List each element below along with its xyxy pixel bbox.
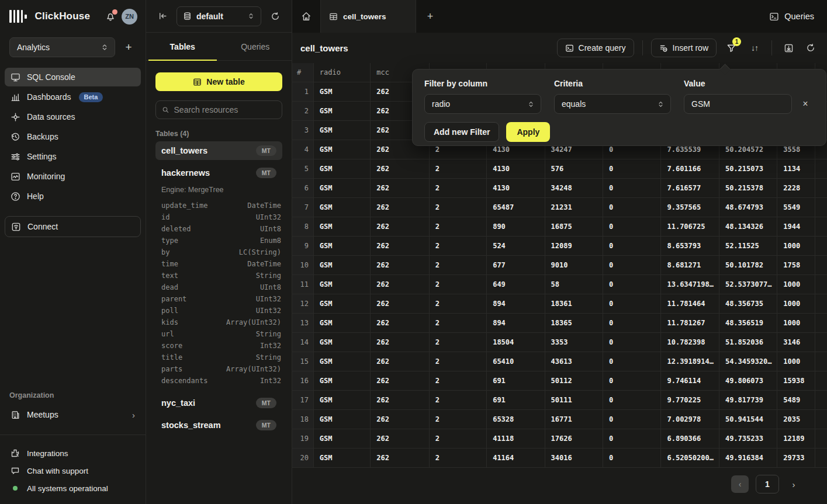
filter-button[interactable]: 1 [722,39,740,57]
cell[interactable]: 6.890366 [661,429,719,448]
cell[interactable]: 7.616577 [661,179,719,197]
cell[interactable]: 1758 [777,256,815,274]
cell-radio[interactable]: GSM [314,121,371,140]
cell[interactable]: 1134 [777,159,815,178]
cell[interactable]: 34016 [545,449,603,467]
filter-value-input[interactable] [684,94,792,114]
cell-mcc[interactable]: 262 [371,179,429,197]
cell[interactable]: 2 [430,275,487,294]
cell[interactable]: 18504 [487,333,545,352]
cell[interactable]: 13.6347198… [661,275,719,294]
add-new-filter-button[interactable]: Add new Filter [424,122,499,142]
cell[interactable]: 0 [603,429,661,448]
queries-button[interactable]: Queries [769,12,814,22]
row-number-cell[interactable]: 16 [292,371,314,390]
cell-mcc[interactable]: 262 [371,294,429,313]
cell-radio[interactable]: GSM [314,314,371,332]
connect-button[interactable]: Connect [5,216,141,237]
cell-mcc[interactable]: 262 [371,217,429,236]
cell[interactable]: 890 [487,217,545,236]
database-select[interactable]: default [177,6,261,26]
cell[interactable]: 677 [487,256,545,274]
cell-radio[interactable]: GSM [314,198,371,217]
cell[interactable]: 11.781464 [661,294,719,313]
row-number-cell[interactable]: 12 [292,294,314,313]
cell[interactable]: 48.134326 [719,217,777,236]
tab-tables[interactable]: Tables [146,33,219,60]
cell-mcc[interactable]: 262 [371,429,429,448]
cell[interactable]: 2 [430,179,487,197]
cell[interactable]: 34248 [545,179,603,197]
cell[interactable]: 50.215073 [719,159,777,178]
cell[interactable]: 8.681271 [661,256,719,274]
tab-cell-towers[interactable]: cell_towers [320,0,416,33]
cell[interactable]: 65328 [487,410,545,429]
row-number-cell[interactable]: 20 [292,449,314,467]
cell[interactable]: 18361 [545,294,603,313]
cell[interactable]: 894 [487,294,545,313]
cell[interactable]: 11.706725 [661,217,719,236]
cell[interactable]: 21231 [545,198,603,217]
cell[interactable]: 52.5373077… [719,275,777,294]
chat-support-link[interactable]: Chat with support [0,462,146,479]
filter-criteria-select[interactable]: equals [554,94,671,114]
cell[interactable]: 0 [603,275,661,294]
search-resources-box[interactable] [155,100,282,119]
cell[interactable]: 691 [487,391,545,409]
cell[interactable]: 0 [603,198,661,217]
cell[interactable]: 15938 [777,371,815,390]
sidebar-item-meetups[interactable]: Meetups › [5,405,141,424]
row-number-cell[interactable]: 9 [292,237,314,255]
cell[interactable]: 2035 [777,410,815,429]
cell-radio[interactable]: GSM [314,333,371,352]
filter-column-select[interactable]: radio [424,94,541,114]
cell[interactable]: 2228 [777,179,815,197]
cell[interactable]: 3353 [545,333,603,352]
sidebar-item-help[interactable]: Help [5,187,141,206]
cell[interactable]: 0 [603,391,661,409]
cell-radio[interactable]: GSM [314,410,371,429]
row-number-cell[interactable]: 10 [292,256,314,274]
cell[interactable]: 0 [603,159,661,178]
cell[interactable]: 2 [430,333,487,352]
row-number-cell[interactable]: 19 [292,429,314,448]
cell[interactable]: 576 [545,159,603,178]
search-resources-input[interactable] [174,105,276,114]
system-status[interactable]: All systems operational [0,479,146,497]
cell[interactable]: 7.002978 [661,410,719,429]
table-item-cell-towers[interactable]: cell_towers MT [155,141,282,160]
cell-radio[interactable]: GSM [314,159,371,178]
cell[interactable]: 524 [487,237,545,255]
add-workspace-button[interactable]: + [121,40,136,55]
cell[interactable]: 9.770225 [661,391,719,409]
cell[interactable]: 54.3459320… [719,352,777,371]
cell-mcc[interactable]: 262 [371,198,429,217]
cell[interactable]: 1000 [777,275,815,294]
cell[interactable]: 0 [603,410,661,429]
cell[interactable]: 49.735233 [719,429,777,448]
cell[interactable]: 50.215378 [719,179,777,197]
cell-radio[interactable]: GSM [314,256,371,274]
cell[interactable]: 0 [603,294,661,313]
cell[interactable]: 48.356735 [719,294,777,313]
cell[interactable]: 49.806073 [719,371,777,390]
cell-mcc[interactable]: 262 [371,159,429,178]
cell[interactable]: 8.653793 [661,237,719,255]
cell-mcc[interactable]: 262 [371,237,429,255]
download-button[interactable] [780,40,797,56]
cell[interactable]: 5549 [777,198,815,217]
sort-button[interactable]: ↓↑ [746,39,763,57]
cell[interactable]: 2 [430,429,487,448]
column-header-radio[interactable]: radio [314,63,371,82]
home-button[interactable] [292,0,320,33]
cell[interactable]: 0 [603,352,661,371]
cell[interactable]: 2 [430,217,487,236]
cell[interactable]: 2 [430,371,487,390]
create-query-button[interactable]: Create query [557,39,634,57]
table-item-stocks-stream[interactable]: stocks_stream MT [155,416,282,435]
cell[interactable]: 2 [430,410,487,429]
cell-radio[interactable]: GSM [314,102,371,120]
cell[interactable]: 9.746114 [661,371,719,390]
cell[interactable]: 2 [430,198,487,217]
next-page-button[interactable]: › [786,475,801,493]
